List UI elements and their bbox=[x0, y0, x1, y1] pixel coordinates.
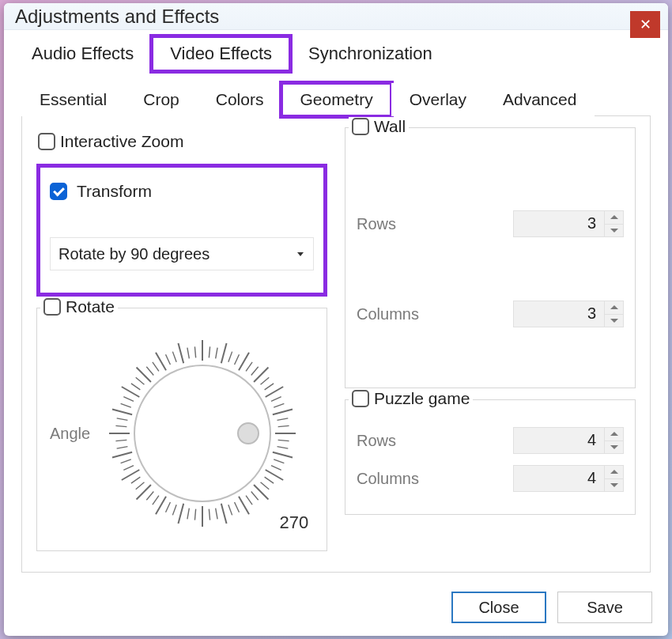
svg-line-56 bbox=[210, 346, 210, 357]
rotate-checkbox[interactable] bbox=[43, 298, 61, 316]
subtab-overlay[interactable]: Overlay bbox=[391, 83, 485, 116]
svg-line-22 bbox=[179, 504, 184, 524]
svg-line-53 bbox=[187, 348, 189, 359]
subtab-advanced[interactable]: Advanced bbox=[485, 83, 595, 116]
wall-cols-spinner[interactable]: 3 bbox=[513, 301, 624, 327]
adjustments-effects-window: Adjustments and Effects ✕ Audio Effects … bbox=[4, 3, 668, 636]
svg-line-44 bbox=[131, 384, 140, 390]
svg-line-24 bbox=[166, 502, 171, 512]
svg-line-2 bbox=[278, 440, 289, 440]
svg-line-12 bbox=[246, 496, 252, 505]
svg-line-51 bbox=[173, 352, 177, 362]
svg-line-47 bbox=[146, 367, 153, 376]
puzzle-label: Puzzle game bbox=[374, 389, 470, 408]
svg-line-21 bbox=[187, 509, 189, 520]
svg-line-32 bbox=[123, 466, 134, 471]
puzzle-rows-spinner[interactable]: 4 bbox=[513, 427, 624, 454]
wall-checkbox[interactable] bbox=[352, 118, 369, 135]
svg-line-4 bbox=[273, 452, 293, 458]
svg-line-50 bbox=[166, 354, 171, 365]
wall-label: Wall bbox=[374, 117, 406, 136]
svg-line-40 bbox=[112, 409, 132, 414]
wall-rows-spinner[interactable]: 3 bbox=[513, 210, 624, 237]
interactive-zoom-row: Interactive Zoom bbox=[38, 132, 327, 151]
tab-audio-effects[interactable]: Audio Effects bbox=[13, 36, 152, 71]
svg-line-39 bbox=[117, 418, 128, 420]
svg-line-69 bbox=[274, 403, 284, 407]
svg-line-68 bbox=[271, 397, 281, 402]
rotate-group: Rotate Angle 270 bbox=[36, 308, 327, 551]
wall-rows-value: 3 bbox=[514, 211, 604, 236]
close-icon[interactable]: ✕ bbox=[630, 11, 660, 38]
svg-line-15 bbox=[228, 505, 232, 515]
svg-line-71 bbox=[277, 418, 289, 420]
puzzle-rows-value: 4 bbox=[514, 428, 604, 453]
chevron-up-icon[interactable] bbox=[605, 466, 623, 478]
dialog-footer: Close Save bbox=[4, 582, 668, 636]
transform-dropdown[interactable]: Rotate by 90 degrees bbox=[50, 237, 314, 270]
puzzle-cols-label: Columns bbox=[357, 470, 419, 488]
svg-line-62 bbox=[246, 362, 252, 371]
svg-line-65 bbox=[261, 377, 270, 384]
svg-line-48 bbox=[153, 362, 159, 371]
angle-dial[interactable]: 270 bbox=[100, 331, 305, 536]
transform-label: Transform bbox=[77, 182, 152, 201]
puzzle-group: Puzzle game Rows 4 Columns 4 bbox=[345, 399, 636, 515]
angle-label: Angle bbox=[50, 425, 90, 443]
svg-line-29 bbox=[136, 482, 145, 490]
svg-line-41 bbox=[121, 403, 131, 407]
right-column: Wall Rows 3 Columns 3 bbox=[345, 127, 636, 551]
interactive-zoom-checkbox[interactable] bbox=[38, 133, 55, 150]
transform-checkbox[interactable] bbox=[50, 183, 67, 200]
svg-line-5 bbox=[274, 459, 284, 463]
dial-icon bbox=[100, 331, 305, 536]
tab-synchronization[interactable]: Synchronization bbox=[290, 36, 451, 71]
tab-video-effects[interactable]: Video Effects bbox=[152, 36, 290, 71]
subtab-geometry[interactable]: Geometry bbox=[281, 83, 391, 116]
subtab-crop[interactable]: Crop bbox=[125, 83, 198, 116]
subtab-essential[interactable]: Essential bbox=[21, 83, 125, 116]
chevron-up-icon[interactable] bbox=[605, 428, 623, 440]
svg-line-33 bbox=[121, 459, 131, 463]
svg-line-49 bbox=[156, 353, 166, 371]
puzzle-rows-label: Rows bbox=[357, 432, 396, 450]
puzzle-cols-value: 4 bbox=[514, 466, 604, 491]
close-button[interactable]: Close bbox=[451, 592, 546, 623]
subtab-colors[interactable]: Colors bbox=[198, 83, 282, 116]
svg-line-34 bbox=[112, 452, 132, 458]
svg-line-38 bbox=[116, 425, 127, 426]
wall-cols-value: 3 bbox=[514, 301, 604, 327]
rotate-label: Rotate bbox=[66, 297, 115, 316]
puzzle-cols-spinner[interactable]: 4 bbox=[513, 465, 624, 492]
svg-line-67 bbox=[266, 387, 284, 397]
svg-line-25 bbox=[156, 497, 166, 515]
svg-line-61 bbox=[239, 353, 249, 371]
chevron-up-icon[interactable] bbox=[605, 211, 623, 224]
svg-line-36 bbox=[116, 440, 127, 440]
transform-group: Transform Rotate by 90 degrees bbox=[36, 164, 327, 297]
svg-line-58 bbox=[221, 343, 227, 363]
window-title: Adjustments and Effects bbox=[15, 6, 219, 28]
svg-line-45 bbox=[136, 377, 145, 384]
wall-cols-label: Columns bbox=[357, 305, 419, 323]
svg-line-30 bbox=[131, 477, 140, 483]
wall-group: Wall Rows 3 Columns 3 bbox=[345, 127, 636, 388]
chevron-down-icon[interactable] bbox=[605, 478, 623, 492]
primary-tabs: Audio Effects Video Effects Synchronizat… bbox=[4, 30, 668, 71]
puzzle-checkbox[interactable] bbox=[352, 390, 369, 407]
svg-line-60 bbox=[235, 354, 240, 365]
chevron-down-icon[interactable] bbox=[605, 224, 623, 237]
geometry-panel: Interactive Zoom Transform Rotate by 90 … bbox=[21, 116, 651, 573]
chevron-up-icon[interactable] bbox=[605, 301, 623, 314]
svg-line-27 bbox=[146, 492, 153, 501]
dial-knob-icon bbox=[238, 423, 259, 444]
interactive-zoom-label: Interactive Zoom bbox=[60, 132, 183, 151]
chevron-down-icon[interactable] bbox=[605, 314, 623, 327]
sub-tabs: Essential Crop Colors Geometry Overlay A… bbox=[21, 82, 651, 116]
svg-line-17 bbox=[216, 509, 217, 520]
svg-line-9 bbox=[261, 482, 270, 490]
svg-line-16 bbox=[221, 504, 227, 524]
save-button[interactable]: Save bbox=[557, 592, 652, 623]
titlebar: Adjustments and Effects ✕ bbox=[4, 3, 668, 30]
chevron-down-icon[interactable] bbox=[605, 440, 623, 454]
